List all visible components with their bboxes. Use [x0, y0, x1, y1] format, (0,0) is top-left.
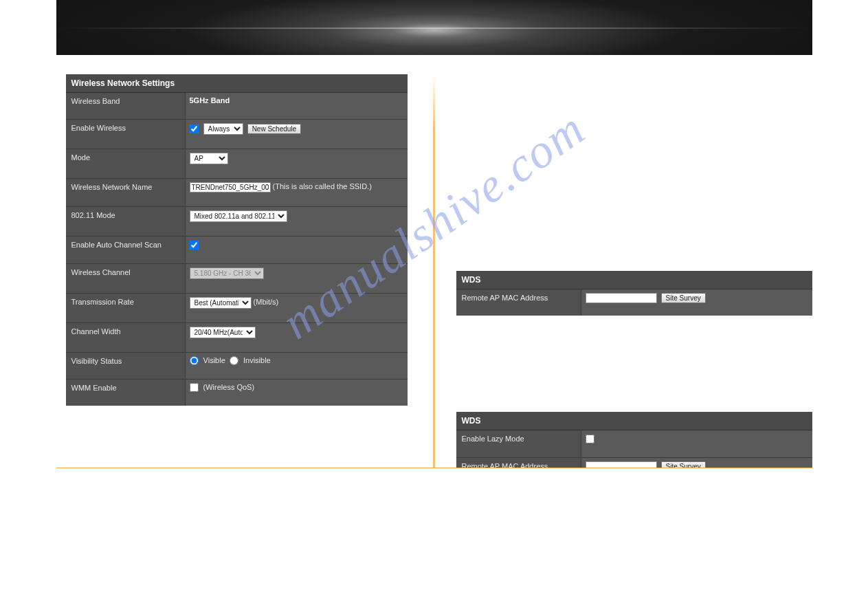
mode-80211-select[interactable]: Mixed 802.11a and 802.11n — [190, 210, 287, 222]
visibility-visible-radio[interactable] — [190, 356, 199, 365]
new-schedule-button[interactable]: New Schedule — [247, 124, 301, 134]
wireless-settings-panel: Wireless Network Settings Wireless Band … — [66, 74, 408, 406]
remote-ap-mac-input-1[interactable] — [586, 293, 657, 303]
site-survey-button-1[interactable]: Site Survey — [661, 293, 706, 303]
mode-select[interactable]: AP — [190, 153, 228, 164]
wds-header-2: WDS — [456, 412, 812, 430]
wireless-network-name-input[interactable] — [190, 182, 271, 193]
wireless-channel-select: 5.180 GHz - CH 36 — [190, 267, 264, 279]
enable-lazy-mode-label: Enable Lazy Mode — [456, 430, 581, 457]
wireless-network-name-label: Wireless Network Name — [66, 179, 186, 206]
channel-width-select[interactable]: 20/40 MHz(Auto) — [190, 327, 256, 338]
wds-header-1: WDS — [456, 271, 812, 289]
enable-wireless-schedule-select[interactable]: Always — [203, 123, 243, 135]
wds-panel-2: WDS Enable Lazy Mode Remote AP MAC Addre… — [456, 412, 812, 468]
visibility-invisible-radio[interactable] — [230, 356, 238, 365]
channel-width-label: Channel Width — [66, 323, 186, 352]
wmm-note: (Wireless QoS) — [203, 383, 255, 391]
wireless-channel-label: Wireless Channel — [66, 264, 186, 293]
auto-channel-scan-checkbox[interactable] — [190, 241, 199, 250]
transmission-rate-unit: (Mbit/s) — [254, 298, 279, 306]
footer-divider — [56, 468, 812, 468]
top-banner — [56, 0, 812, 55]
auto-channel-scan-label: Enable Auto Channel Scan — [66, 237, 186, 263]
transmission-rate-label: Transmission Rate — [66, 294, 186, 322]
visibility-invisible-label: Invisible — [243, 356, 271, 364]
wireless-settings-header: Wireless Network Settings — [66, 74, 408, 93]
remote-ap-mac-label-1: Remote AP MAC Address — [456, 289, 581, 316]
vertical-divider — [433, 74, 435, 468]
wireless-band-value: 5GHz Band — [190, 96, 230, 105]
visibility-status-label: Visibility Status — [66, 353, 186, 379]
ssid-note: (This is also called the SSID.) — [273, 182, 372, 190]
wmm-enable-checkbox[interactable] — [190, 383, 199, 392]
wds-panel-1: WDS Remote AP MAC Address Site Survey — [456, 271, 812, 316]
transmission-rate-select[interactable]: Best (Automatic) — [190, 297, 252, 309]
enable-wireless-checkbox[interactable] — [190, 124, 199, 133]
mode-80211-label: 802.11 Mode — [66, 207, 186, 236]
wmm-enable-label: WMM Enable — [66, 380, 186, 406]
wireless-band-label: Wireless Band — [66, 93, 186, 119]
enable-lazy-mode-checkbox[interactable] — [586, 435, 594, 443]
enable-wireless-label: Enable Wireless — [66, 120, 186, 149]
remote-ap-mac-label-2: Remote AP MAC Address — [456, 458, 581, 468]
mode-label: Mode — [66, 149, 186, 178]
visibility-visible-label: Visible — [203, 356, 225, 364]
